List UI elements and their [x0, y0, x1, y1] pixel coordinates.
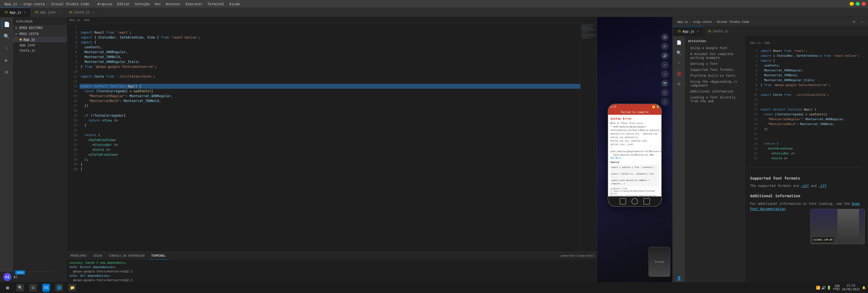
sidebar-item-minimal-example[interactable]: A minimal but complete working example — [688, 51, 741, 61]
video-thumbnail[interactable]: ALUNOS.COM.BR — [810, 209, 865, 244]
right-code-line-19 — [760, 137, 860, 141]
debug-console-tab[interactable]: CONSOLE DE DEPURAÇÃO — [105, 252, 148, 260]
code-line-30: [ — [80, 167, 581, 172]
output-tab[interactable]: SAÍDA — [90, 252, 105, 260]
open-editors-section[interactable]: ▾ OPEN EDITORS — [13, 25, 67, 31]
orgs-cesta-section[interactable]: ▾ ORGS-CESTA — [13, 31, 67, 37]
sidebar-item-apploading[interactable]: Using the <AppLoading /> component — [688, 79, 741, 88]
phone-back-btn[interactable]: ← — [661, 61, 669, 69]
code-line-19: if (!fonteCarregada){ — [80, 113, 581, 118]
taskbar-taskview[interactable]: ⧉ — [27, 282, 39, 293]
otf-link[interactable]: .otf — [801, 184, 809, 188]
taskbar-vscode[interactable]: VS — [40, 282, 52, 293]
tab-appjson[interactable]: JS app.json ✕ — [30, 8, 65, 17]
sidebar-item-additional-info[interactable]: Additional information — [688, 88, 741, 94]
terminal-tab[interactable]: TERMINAL — [148, 252, 169, 260]
vscode-taskbar-icon: VS — [42, 284, 50, 291]
menu-executar[interactable]: Executar — [183, 1, 205, 6]
tab-appjs-close[interactable]: ✕ — [24, 11, 26, 14]
tab-appjson-close[interactable]: ✕ — [58, 11, 60, 14]
tab-appjs[interactable]: JS App.js ✕ — [0, 8, 30, 17]
right-code-editor[interactable]: 12345 678910 1112131415 1617181920 21222… — [750, 49, 863, 161]
right-app-name[interactable]: App.js - orgs-cesta - Visual Studio Code — [675, 20, 751, 24]
problems-tab[interactable]: PROBLEMAS — [67, 252, 90, 260]
phone-recent-nav[interactable]: □ — [643, 198, 650, 205]
phone-camera-btn[interactable]: 📷 — [661, 80, 669, 87]
right-code-line-20: return ( — [760, 141, 860, 146]
debug-icon[interactable]: ▶ — [2, 55, 11, 65]
ai-bar[interactable]: Ai Ai — [0, 271, 54, 282]
phone-power-btn[interactable]: ⏻ — [661, 33, 669, 41]
ttf-link[interactable]: .ttf — [818, 184, 827, 188]
code-editor[interactable]: 12345 678910 1112131415 1617181920 21222… — [67, 23, 597, 252]
git-icon[interactable]: ⑂ — [2, 43, 11, 53]
breadcrumb-sep1: › — [82, 18, 83, 22]
taskbar-right: 📶 🔊 🔋 POR PTB2 13:23 26/05/2022 🔔 — [816, 284, 866, 292]
right-git-icon[interactable]: ⑂ — [675, 59, 683, 67]
phone-wifi-icon: 📶 — [652, 106, 655, 108]
split-editor-icon[interactable]: ⊞ — [850, 18, 858, 25]
info-badge: info — [15, 270, 25, 274]
menu-acessar[interactable]: Acessar — [163, 1, 183, 6]
right-code-line-22: <StatusBar /> — [760, 151, 860, 156]
right-tab-appjs[interactable]: JS App.js ✕ — [673, 27, 703, 36]
right-js-icon: JS — [677, 30, 681, 33]
sidebar-item-platform-fonts[interactable]: Platform built-in fonts — [688, 73, 741, 79]
menu-ver[interactable]: Ver — [152, 1, 163, 6]
volume-tray-icon: 🔊 — [822, 286, 826, 290]
phone-forward-btn[interactable]: → — [661, 70, 669, 78]
breadcrumb-file[interactable]: App.js — [69, 18, 80, 22]
right-tab-cestajs[interactable]: JS Cesta.js — [703, 27, 733, 36]
menu-selecao[interactable]: Seleção — [133, 1, 152, 6]
sidebar-item-loading-web[interactable]: Loading a font directly from the web — [688, 94, 741, 104]
minimize-button[interactable] — [849, 2, 854, 6]
extensions-icon[interactable]: ⊞ — [2, 67, 11, 77]
more-actions-icon[interactable]: ⋯ — [859, 18, 866, 25]
notification-center[interactable]: 🔔 — [862, 286, 866, 290]
taskbar-chrome[interactable]: 🌐 — [53, 282, 65, 293]
see-more-link[interactable]: See More — [610, 157, 659, 159]
phone-thumbnail: Preview — [649, 247, 670, 277]
right-accounts-icon[interactable]: 👤 — [675, 274, 683, 283]
docs-breadcrumb-file[interactable]: App.js — [750, 40, 761, 45]
taskbar-clock: 13:23 26/05/2022 — [842, 284, 860, 292]
video-label: ALUNOS.COM.BR — [812, 237, 834, 242]
explorer-icon[interactable]: 📄 — [2, 19, 11, 29]
close-button[interactable] — [862, 2, 866, 6]
taskbar-explorer[interactable]: 📁 — [66, 282, 78, 293]
sidebar-item-using-google-font[interactable]: Using a Google Font — [688, 45, 741, 51]
menu-ajuda[interactable]: Ajuda — [227, 1, 242, 6]
sidebar-item-supported-formats[interactable]: Supported font formats — [688, 67, 741, 73]
tab-cestajs[interactable]: JS Cesta.js ✕ — [65, 8, 99, 17]
phone-home-nav[interactable] — [631, 198, 638, 205]
phone-screenshot-btn[interactable]: □ — [661, 89, 669, 96]
video-thumb-inner: ALUNOS.COM.BR — [811, 209, 865, 244]
code-line-24: <SafeAreaView> — [80, 138, 581, 142]
start-button[interactable]: ⊞ — [2, 282, 13, 293]
tab-cestajs-close[interactable]: ✕ — [93, 11, 94, 14]
taskbar-search[interactable]: 🔍 — [14, 282, 26, 293]
menu-editar[interactable]: Editar — [115, 1, 132, 6]
activity-bar: 📄 🔍 ⑂ ▶ ⊞ 👤 ⚙ — [0, 17, 13, 293]
right-explorer-icon[interactable]: 📄 — [675, 38, 683, 47]
right-debug-icon[interactable]: 🐞 — [675, 69, 683, 78]
appjs-file[interactable]: App.js — [13, 37, 67, 42]
phone-rotate-btn[interactable]: ⟳ — [661, 42, 669, 50]
phone-back-nav[interactable]: ◁ — [620, 198, 626, 205]
right-search-icon[interactable]: 🔍 — [675, 49, 683, 57]
docs-breadcrumb-symbol[interactable]: App — [765, 40, 770, 45]
breadcrumb-symbol[interactable]: App — [84, 18, 90, 22]
menu-terminal[interactable]: Terminal — [205, 1, 227, 6]
maximize-button[interactable] — [856, 2, 860, 6]
sidebar-item-getting-font[interactable]: Getting a font — [688, 61, 741, 67]
docs-content[interactable]: App.js › App 12345 678910 1112131415 161… — [745, 36, 868, 293]
phone-menu-btn[interactable]: ⋮ — [661, 98, 669, 106]
phone-volume-btn[interactable]: 🔊 — [661, 52, 669, 59]
right-extensions-icon[interactable]: ⊞ — [675, 80, 683, 88]
cestajs-file[interactable]: Cesta.js — [13, 48, 67, 53]
menu-arquivo[interactable]: Arquivo — [95, 1, 115, 6]
right-tab-appjs-close[interactable]: ✕ — [697, 30, 699, 33]
appjson-file[interactable]: app.json — [13, 42, 67, 48]
code-lines[interactable]: import React from 'react'; import { Stat… — [80, 23, 581, 252]
search-icon[interactable]: 🔍 — [2, 31, 11, 41]
